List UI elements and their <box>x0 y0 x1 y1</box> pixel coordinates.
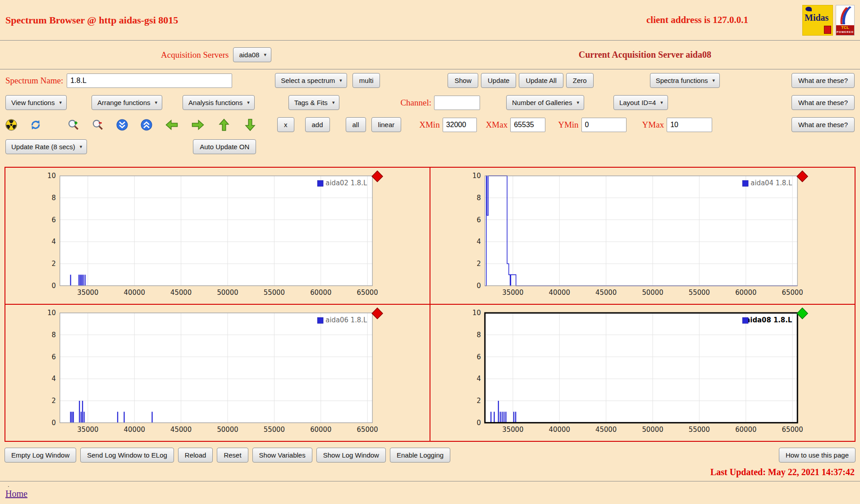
refresh-icon[interactable] <box>30 119 41 131</box>
svg-text:10: 10 <box>47 309 56 317</box>
layout-id-dropdown[interactable]: Layout ID=4 ▾ <box>613 95 668 110</box>
linear-button[interactable]: linear <box>371 117 402 132</box>
spectrum-panel-aida02[interactable]: 0246810350004000045000500005500060000650… <box>5 168 430 304</box>
channel-input[interactable] <box>434 96 480 110</box>
acquisition-server-value: aida08 <box>239 51 259 59</box>
chevron-down-icon: ▾ <box>80 144 82 150</box>
tcl-logo[interactable]: TCL POWERED <box>836 5 855 36</box>
chevron-down-icon: ▾ <box>660 100 663 105</box>
svg-text:60000: 60000 <box>735 426 756 434</box>
view-functions-value: View functions <box>11 99 55 106</box>
send-log-window-to-elog-button[interactable]: Send Log Window to ELog <box>80 448 174 463</box>
number-of-galleries-dropdown[interactable]: Number of Galleries ▾ <box>506 95 584 110</box>
double-up-icon[interactable] <box>141 119 152 131</box>
xmax-input[interactable] <box>510 118 545 132</box>
midas-logo[interactable]: Midas <box>802 5 833 36</box>
view-functions-dropdown[interactable]: View functions ▾ <box>5 95 67 110</box>
logos: Midas TCL POWERED <box>802 5 855 36</box>
add-button[interactable]: add <box>305 117 330 132</box>
update-rate-value: Update Rate (8 secs) <box>11 143 75 151</box>
svg-text:45000: 45000 <box>170 426 192 434</box>
arrow-up-icon[interactable] <box>217 118 231 132</box>
spectrum-chart-aida06: 0246810350004000045000500005500060000650… <box>5 305 430 441</box>
channel-label: Channel: <box>400 98 431 108</box>
svg-text:45000: 45000 <box>170 289 192 297</box>
what-are-these-button[interactable]: What are these? <box>791 117 855 132</box>
page-title: Spectrum Browser @ http aidas-gsi 8015 <box>5 14 178 26</box>
zero-button[interactable]: Zero <box>566 73 594 88</box>
show-button[interactable]: Show <box>448 73 478 88</box>
show-log-window-button[interactable]: Show Log Window <box>316 448 386 463</box>
arrow-left-icon[interactable] <box>165 118 178 132</box>
svg-text:65000: 65000 <box>782 289 803 297</box>
enable-logging-button[interactable]: Enable Logging <box>390 448 450 463</box>
update-rate-dropdown[interactable]: Update Rate (8 secs) ▾ <box>5 139 87 154</box>
svg-text:6: 6 <box>51 353 55 361</box>
chevron-down-icon: ▾ <box>59 100 62 105</box>
x-button[interactable]: x <box>277 117 294 132</box>
spectrum-panel-aida08[interactable]: 0246810350004000045000500005500060000650… <box>430 305 855 441</box>
update-all-button[interactable]: Update All <box>519 73 563 88</box>
ymin-input[interactable] <box>581 118 627 132</box>
select-a-spectrum-dropdown[interactable]: Select a spectrum ▾ <box>275 73 347 88</box>
empty-log-window-button[interactable]: Empty Log Window <box>5 448 76 463</box>
ymax-input[interactable] <box>667 118 712 132</box>
update-button[interactable]: Update <box>481 73 516 88</box>
layout-id-value: Layout ID=4 <box>619 99 656 106</box>
select-a-spectrum-value: Select a spectrum <box>281 77 335 84</box>
spectrum-panel-aida06[interactable]: 0246810350004000045000500005500060000650… <box>5 305 430 441</box>
xmax-label: XMax <box>486 120 508 130</box>
acquisition-server-select[interactable]: aida08 ▾ <box>233 47 271 62</box>
how-to-use-this-page-button[interactable]: How to use this page <box>779 448 855 463</box>
svg-text:40000: 40000 <box>549 426 570 434</box>
stray-dot-text: . <box>8 483 860 487</box>
spectrum-panel-aida04[interactable]: 0246810350004000045000500005500060000650… <box>430 168 855 304</box>
zoom-out-icon[interactable] <box>92 119 104 131</box>
reload-button[interactable]: Reload <box>178 448 213 463</box>
home-link[interactable]: Home <box>5 489 27 499</box>
functions-row: View functions ▾ Arrange functions ▾ Ana… <box>0 92 860 114</box>
svg-text:35000: 35000 <box>502 426 523 434</box>
what-are-these-button[interactable]: What are these? <box>791 95 855 110</box>
arrow-right-icon[interactable] <box>191 118 205 132</box>
svg-text:50000: 50000 <box>642 426 663 434</box>
chevron-down-icon: ▾ <box>247 100 250 105</box>
toolbar-icons <box>5 118 257 132</box>
svg-text:35000: 35000 <box>77 426 98 434</box>
xmin-input[interactable] <box>443 118 477 132</box>
chevron-down-icon: ▾ <box>339 78 342 83</box>
tags-fits-value: Tags & Fits <box>294 99 328 106</box>
svg-text:aida06 1.8.L: aida06 1.8.L <box>325 316 367 324</box>
svg-text:4: 4 <box>51 375 55 383</box>
svg-text:60000: 60000 <box>735 289 756 297</box>
svg-text:45000: 45000 <box>595 289 617 297</box>
tcl-logo-sublabel: POWERED <box>836 30 854 34</box>
spectrum-chart-aida04: 0246810350004000045000500005500060000650… <box>430 168 855 304</box>
svg-text:35000: 35000 <box>502 289 523 297</box>
acquisition-server-group: Acquisition Servers aida08 ▾ <box>161 47 271 62</box>
show-variables-button[interactable]: Show Variables <box>252 448 312 463</box>
spectrum-name-row: Spectrum Name: Select a spectrum ▾ multi… <box>0 69 860 92</box>
svg-text:6: 6 <box>476 215 480 224</box>
chevron-down-icon: ▾ <box>264 52 266 58</box>
spectrum-chart-aida08: 0246810350004000045000500005500060000650… <box>430 305 855 441</box>
analysis-functions-dropdown[interactable]: Analysis functions ▾ <box>183 95 255 110</box>
multi-button[interactable]: multi <box>352 73 380 88</box>
chevron-down-icon: ▾ <box>713 78 715 83</box>
what-are-these-button[interactable]: What are these? <box>791 73 855 88</box>
arrow-down-icon[interactable] <box>243 118 257 132</box>
svg-text:2: 2 <box>51 260 55 268</box>
reset-button[interactable]: Reset <box>217 448 248 463</box>
double-down-icon[interactable] <box>116 119 128 131</box>
spectra-functions-dropdown[interactable]: Spectra functions ▾ <box>650 73 720 88</box>
zoom-in-icon[interactable] <box>68 119 79 131</box>
all-button[interactable]: all <box>346 117 366 132</box>
spectrum-name-input[interactable] <box>67 73 232 88</box>
tags-fits-dropdown[interactable]: Tags & Fits ▾ <box>288 95 340 110</box>
svg-text:65000: 65000 <box>782 426 803 434</box>
radiation-icon[interactable] <box>5 119 17 131</box>
auto-update-button[interactable]: Auto Update ON <box>193 139 256 154</box>
svg-text:40000: 40000 <box>124 426 145 434</box>
svg-text:2: 2 <box>476 260 480 268</box>
arrange-functions-dropdown[interactable]: Arrange functions ▾ <box>91 95 162 110</box>
